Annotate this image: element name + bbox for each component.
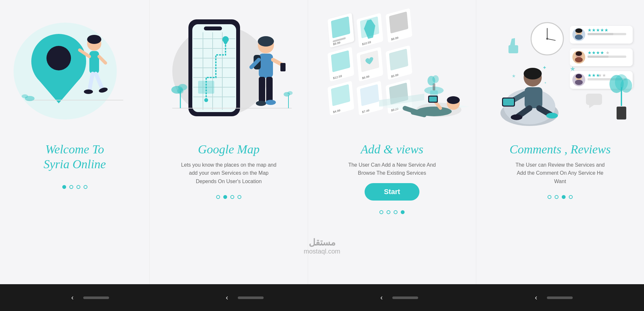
svg-rect-19 bbox=[204, 26, 222, 30]
svg-rect-101 bbox=[586, 94, 602, 105]
svg-point-11 bbox=[84, 89, 93, 94]
svg-text:★★: ★★ bbox=[598, 73, 606, 78]
dot-4-1[interactable] bbox=[548, 195, 551, 199]
dot-4-3[interactable] bbox=[562, 195, 566, 199]
svg-rect-100 bbox=[508, 45, 518, 53]
svg-rect-113 bbox=[588, 33, 613, 35]
svg-rect-143 bbox=[617, 107, 626, 119]
svg-rect-42 bbox=[259, 77, 265, 103]
panel-1-text: Welcome To Syria Online bbox=[34, 139, 116, 180]
welcome-illustration-svg bbox=[7, 13, 143, 129]
svg-point-141 bbox=[511, 114, 522, 120]
svg-text:★★★★★: ★★★★★ bbox=[588, 27, 609, 33]
panel-3-text: Add & views The User Can Add a New Servi… bbox=[334, 139, 450, 205]
main-area: Welcome To Syria Online bbox=[0, 0, 644, 284]
svg-text:✦: ✦ bbox=[542, 65, 547, 70]
bottom-section-3: ‹ bbox=[322, 294, 477, 302]
panel-4-text: Comments , Reviews The User can Review t… bbox=[500, 139, 620, 190]
dot-1-1[interactable] bbox=[62, 185, 66, 189]
dot-3-3[interactable] bbox=[394, 210, 397, 214]
svg-point-89 bbox=[447, 96, 460, 104]
start-button[interactable]: Start bbox=[365, 183, 419, 201]
dot-4-2[interactable] bbox=[555, 195, 558, 199]
svg-rect-43 bbox=[266, 77, 273, 103]
panel-3-dots bbox=[379, 205, 405, 221]
panel-reviews: ★ ★ ★ ★★★★★ bbox=[476, 0, 644, 284]
dot-3-1[interactable] bbox=[379, 210, 383, 214]
svg-point-109 bbox=[575, 35, 583, 40]
bottom-bar: ‹ ‹ ‹ ‹ bbox=[0, 284, 644, 311]
svg-point-134 bbox=[524, 68, 542, 79]
panel-2-desc: Lets you know the places on the map and … bbox=[180, 161, 277, 186]
svg-point-147 bbox=[615, 74, 628, 90]
panel-2-text: Google Map Lets you know the places on t… bbox=[171, 139, 287, 190]
svg-text:✦: ✦ bbox=[544, 81, 547, 85]
svg-rect-30 bbox=[198, 81, 214, 94]
nav-arrow-left-1[interactable]: ‹ bbox=[71, 294, 74, 302]
panel-3-title: Add & views bbox=[344, 142, 440, 157]
svg-point-31 bbox=[204, 98, 208, 102]
svg-point-142 bbox=[546, 113, 558, 119]
panel-1-dots bbox=[62, 180, 87, 195]
panel-map: Google Map Lets you know the places on t… bbox=[150, 0, 308, 284]
panel-2-title: Google Map bbox=[180, 142, 277, 157]
panel-4-dots bbox=[548, 190, 573, 205]
svg-text:★★★★: ★★★★ bbox=[588, 50, 604, 55]
svg-text:★: ★ bbox=[512, 73, 516, 78]
svg-rect-138 bbox=[503, 98, 514, 106]
nav-arrow-left-4[interactable]: ‹ bbox=[535, 294, 537, 302]
svg-point-50 bbox=[177, 88, 184, 94]
dot-2-3[interactable] bbox=[230, 195, 234, 199]
panel-4-desc: The User can Review the Services and Add… bbox=[512, 161, 609, 186]
svg-rect-122 bbox=[588, 56, 609, 58]
bottom-pill-3[interactable] bbox=[392, 296, 418, 299]
svg-point-126 bbox=[575, 80, 583, 85]
svg-point-5 bbox=[87, 35, 101, 44]
svg-rect-93 bbox=[429, 97, 437, 102]
bottom-section-2: ‹ bbox=[167, 294, 322, 302]
illustration-addviews: $9.99 $10.59 bbox=[315, 10, 469, 132]
svg-marker-102 bbox=[589, 105, 594, 108]
nav-arrow-left-3[interactable]: ‹ bbox=[380, 294, 383, 302]
dot-4-4[interactable] bbox=[569, 195, 573, 199]
svg-point-2 bbox=[46, 46, 71, 70]
dot-1-2[interactable] bbox=[69, 185, 73, 189]
watermark: مستقل mostaql.com bbox=[304, 237, 340, 255]
addviews-illustration-svg: $9.99 $10.59 bbox=[315, 13, 469, 129]
panel-2-dots bbox=[216, 190, 241, 205]
svg-point-118 bbox=[576, 51, 582, 56]
dot-1-4[interactable] bbox=[84, 185, 87, 189]
bottom-pill-2[interactable] bbox=[238, 296, 264, 299]
dot-2-2[interactable] bbox=[223, 195, 227, 199]
svg-point-127 bbox=[576, 74, 582, 78]
panel-4-title: Comments , Reviews bbox=[509, 142, 610, 157]
bottom-section-4: ‹ bbox=[477, 294, 631, 302]
bottom-pill-1[interactable] bbox=[83, 296, 109, 299]
illustration-reviews: ★ ★ ★ ★★★★★ bbox=[483, 10, 638, 132]
panel-3-desc: The User Can Add a New Service And Brows… bbox=[344, 161, 440, 177]
dot-2-1[interactable] bbox=[216, 195, 220, 199]
watermark-arabic: مستقل bbox=[304, 237, 340, 248]
svg-rect-135 bbox=[525, 87, 542, 108]
svg-point-53 bbox=[287, 91, 293, 95]
svg-point-110 bbox=[575, 28, 582, 33]
svg-point-45 bbox=[266, 100, 276, 105]
reviews-illustration-svg: ★ ★ ★ ★★★★★ bbox=[483, 13, 638, 129]
nav-arrow-left-2[interactable]: ‹ bbox=[226, 294, 228, 302]
dot-1-3[interactable] bbox=[76, 185, 80, 189]
svg-text:★: ★ bbox=[606, 50, 610, 55]
dot-3-4[interactable] bbox=[401, 210, 405, 214]
map-illustration-svg bbox=[156, 13, 301, 129]
svg-point-86 bbox=[432, 75, 439, 83]
dot-3-2[interactable] bbox=[387, 210, 390, 214]
panel-welcome: Welcome To Syria Online bbox=[0, 0, 150, 284]
illustration-welcome bbox=[6, 10, 143, 132]
svg-point-44 bbox=[256, 101, 266, 106]
svg-point-36 bbox=[258, 36, 274, 47]
svg-line-95 bbox=[413, 112, 424, 115]
svg-rect-6 bbox=[89, 51, 99, 74]
dot-2-4[interactable] bbox=[237, 195, 241, 199]
watermark-url: mostaql.com bbox=[304, 248, 340, 255]
bottom-pill-4[interactable] bbox=[547, 296, 573, 299]
svg-rect-40 bbox=[280, 63, 286, 71]
